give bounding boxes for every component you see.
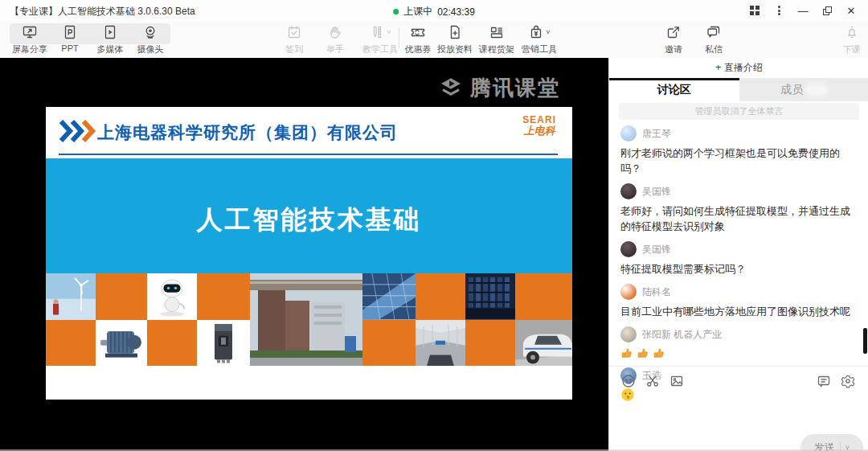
kebab-icon xyxy=(778,5,780,17)
tile-orange xyxy=(197,273,250,320)
photo-electric-motor xyxy=(96,320,147,367)
restore-icon xyxy=(823,6,832,15)
course-shelf-button[interactable]: 课程货架 xyxy=(476,24,518,55)
checkin-icon xyxy=(286,24,302,40)
side-panel: + 直播介绍 讨论区 成员 管理员取消了全体禁言 唐王琴 刚才老师说的两个学习框… xyxy=(608,58,868,451)
chat-message: 张阳新 机器人产业 xyxy=(620,326,854,360)
more-menu-button[interactable] xyxy=(767,0,791,21)
tencent-classroom-logo-icon xyxy=(438,76,464,101)
window-title: 【专业课】人工智能技术基础 3.0.6.30 Beta xyxy=(10,5,195,18)
webcam-icon xyxy=(142,24,158,40)
teaching-tools-icon xyxy=(369,24,385,40)
coupon-icon xyxy=(410,24,426,40)
avatar xyxy=(620,241,637,257)
thumbs-up-icon xyxy=(637,346,650,360)
add-live-intro-button[interactable]: + 直播介绍 xyxy=(609,58,868,78)
tile-orange xyxy=(147,320,197,367)
materials-button[interactable]: 投放资料 xyxy=(434,24,476,55)
avatar xyxy=(620,284,637,300)
checkin-button[interactable]: 签到 xyxy=(273,24,315,55)
tab-members[interactable]: 成员 xyxy=(739,78,868,101)
photo-mosaic xyxy=(46,273,572,366)
message-settings-button[interactable] xyxy=(816,373,832,389)
slide-footer xyxy=(46,366,572,400)
photo-car xyxy=(515,320,572,367)
status-timer: 02:43:39 xyxy=(437,6,475,18)
course-shelf-icon xyxy=(489,24,505,40)
chat-message: 陆科名 目前工业中有哪些地方落地应用了图像识别技术呢 xyxy=(620,284,854,319)
seari-logo: SEARI 上电科 xyxy=(522,115,556,137)
tile-orange xyxy=(465,320,515,367)
chat-scrollbar[interactable] xyxy=(863,328,867,354)
ppt-file-icon xyxy=(62,24,78,40)
layout-grid-button[interactable] xyxy=(743,0,767,21)
ppt-button[interactable]: PPT xyxy=(49,24,91,53)
restore-button[interactable] xyxy=(815,0,839,21)
marketing-tools-button[interactable]: ˅ 营销工具 xyxy=(516,24,563,55)
chevron-down-icon: ˅ xyxy=(387,29,391,36)
chevrons-icon xyxy=(59,120,99,142)
chat-list: 唐王琴 刚才老师说的两个学习框架也是可以免费使用的吗？ 吴国锋 老师好，请问如何… xyxy=(620,125,854,409)
slide: 上海电器科学研究所（集团）有限公司 SEARI 上电科 人工智能技术基础 xyxy=(46,107,572,400)
composer-divider xyxy=(609,366,868,367)
tab-discussion[interactable]: 讨论区 xyxy=(609,78,739,101)
company-name: 上海电器科学研究所（集团）有限公司 xyxy=(97,121,398,144)
thumbs-up-emoji-row xyxy=(620,346,854,360)
image-icon xyxy=(669,373,685,389)
dm-button[interactable]: 私信 xyxy=(693,24,735,55)
platform-watermark: 腾讯课堂 xyxy=(438,74,560,102)
camera-button[interactable]: 摄像头 xyxy=(129,24,171,55)
watermark-text: 腾讯课堂 xyxy=(470,74,560,102)
status-label: 上课中 xyxy=(403,5,432,18)
marketing-tools-icon xyxy=(528,24,544,40)
coupon-button[interactable]: 优惠券 xyxy=(397,24,439,55)
thumbs-up-icon xyxy=(653,346,666,360)
chevron-down-icon: ˅ xyxy=(546,29,550,36)
chat-message: 吴国锋 特征提取模型需要标记吗？ xyxy=(620,241,854,277)
member-count-blur xyxy=(806,84,827,96)
tile-orange xyxy=(416,273,465,320)
end-class-button[interactable]: 下课 xyxy=(831,24,868,55)
photo-circuit-breaker xyxy=(197,320,250,367)
photo-institute-building xyxy=(250,273,362,366)
title-bar: 【专业课】人工智能技术基础 3.0.6.30 Beta 上课中 02:43:39… xyxy=(0,0,868,21)
active-tab-indicator xyxy=(609,78,739,80)
media-file-icon xyxy=(102,24,118,40)
screen-share-button[interactable]: 屏幕分享 xyxy=(9,24,51,55)
chat-message: 唐王琴 刚才老师说的两个学习框架也是可以免费使用的吗？ xyxy=(620,125,854,176)
thumbs-up-icon xyxy=(620,346,634,360)
media-button[interactable]: 多媒体 xyxy=(89,24,131,55)
tile-orange xyxy=(515,273,572,320)
presentation-stage: 腾讯课堂 上海电器科学研究所（集团）有限公司 SEARI 上电科 人工智能技术基… xyxy=(0,58,608,451)
emoji-button[interactable] xyxy=(620,373,637,389)
invite-share-icon xyxy=(665,24,682,40)
raise-hand-button[interactable]: 举手 xyxy=(314,24,356,55)
minimize-button[interactable]: — xyxy=(791,0,815,21)
tile-orange xyxy=(96,273,147,320)
main-toolbar: 屏幕分享 PPT 多媒体 摄像头 签到 举手 ˅ 教学工具 优惠 xyxy=(0,21,868,58)
class-status: 上课中 02:43:39 xyxy=(393,5,475,18)
close-button[interactable]: ✕ xyxy=(839,0,863,21)
scissors-icon xyxy=(645,373,661,389)
settings-button[interactable] xyxy=(840,373,856,389)
raise-hand-icon xyxy=(327,24,343,40)
smiley-icon xyxy=(620,373,637,389)
photo-solar-panels xyxy=(362,273,416,320)
slide-title: 人工智能技术基础 xyxy=(197,203,422,238)
chat-bubbles-icon xyxy=(706,24,722,40)
bell-icon xyxy=(844,24,860,40)
send-button[interactable]: 发送 ˅ xyxy=(800,434,863,451)
photo-equipment-plant xyxy=(465,273,515,320)
screenshot-button[interactable] xyxy=(645,373,661,389)
app-window: 【专业课】人工智能技术基础 3.0.6.30 Beta 上课中 02:43:39… xyxy=(0,0,868,451)
photo-robot xyxy=(147,273,197,320)
image-button[interactable] xyxy=(669,373,685,389)
message-settings-icon xyxy=(816,373,832,389)
tile-orange xyxy=(362,320,416,367)
invite-button[interactable]: 邀请 xyxy=(653,24,694,55)
composer-toolbar xyxy=(609,371,868,391)
avatar xyxy=(620,326,637,342)
live-dot-icon xyxy=(393,9,399,14)
tile-orange xyxy=(46,320,96,367)
avatar xyxy=(620,125,637,141)
